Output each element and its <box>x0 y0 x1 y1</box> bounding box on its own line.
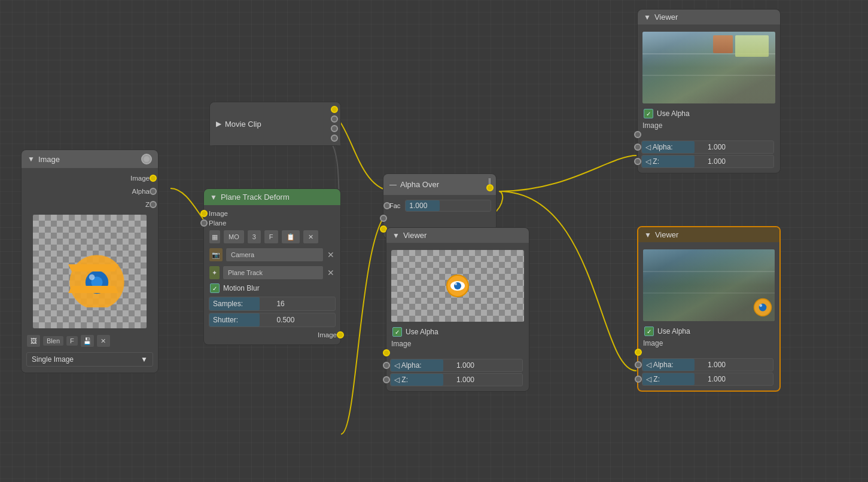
viewer-tr-usealpha-checkbox[interactable]: ✓ <box>644 109 653 118</box>
image-type-icon: 🖼 <box>31 337 37 344</box>
viewer-br-blender-svg <box>753 298 772 317</box>
pt-image-row: Image <box>204 209 340 218</box>
pt-f-label: F <box>269 233 273 240</box>
plane-track-node: ▼ Plane Track Deform Image Plane ▦ MO 3 <box>203 188 341 345</box>
viewer-tr-alpha-field[interactable]: ◁ Alpha: 1.000 <box>641 141 774 154</box>
alpha-output-socket <box>150 188 157 195</box>
viewer-tr-alpha-value: 1.000 <box>708 143 770 151</box>
viewer-tr-collapse[interactable]: ▼ <box>644 13 651 22</box>
pt-3-label: 3 <box>252 233 256 240</box>
pt-x-btn[interactable]: ✕ <box>303 230 319 244</box>
pt-plane-input-socket <box>200 219 208 227</box>
viewer-br-body: ✓ Use Alpha Image ◁ Alpha: 1.000 <box>638 242 779 391</box>
mc-socket-4 <box>331 135 338 142</box>
pt-motionblur-checkbox[interactable]: ✓ <box>210 283 220 293</box>
viewer-tr-z-label: ◁ Z: <box>645 157 708 166</box>
pt-motionblur-row: ✓ Motion Blur <box>204 282 340 295</box>
viewer-tr-alpha-content: ◁ Alpha: 1.000 <box>645 143 770 151</box>
image-node-collapse[interactable]: ▼ <box>28 155 35 163</box>
viewer-br-alpha-field[interactable]: ◁ Alpha: 1.000 <box>642 358 773 371</box>
viewer-br-collapse[interactable]: ▼ <box>644 231 651 239</box>
pt-camera-row: 📷 Camera ✕ <box>204 246 340 264</box>
pt-planetrack-icon: ✦ <box>212 269 217 277</box>
pt-shutter-label: Shutter: <box>213 316 270 324</box>
alpha-over-right: ‖ <box>486 178 494 191</box>
image-type-icon-btn[interactable]: 🖼 <box>26 334 41 347</box>
viewer-tr-z-field[interactable]: ◁ Z: 1.000 <box>641 155 774 168</box>
viewer-center-z-label: ◁ Z: <box>394 376 456 384</box>
viewer-br-alpha-value: 1.000 <box>708 361 769 369</box>
pt-plane-row: Plane <box>204 218 340 228</box>
viewer-tr-item2 <box>713 35 733 53</box>
viewer-br-usealpha-checkbox[interactable]: ✓ <box>644 327 654 336</box>
viewer-br-z-label: ◁ Z: <box>646 375 708 383</box>
pt-camera-label: Camera <box>231 251 254 258</box>
viewer-tr-alpha-label: ◁ Alpha: <box>645 143 708 151</box>
viewer-br-z-socket <box>635 376 642 383</box>
viewer-tr-usealpha-label: Use Alpha <box>657 109 690 118</box>
viewer-tr-image-socket <box>634 131 641 138</box>
viewer-br-alpha-socket <box>635 361 642 368</box>
pt-mo-btn[interactable]: MO <box>223 230 245 244</box>
pt-shutter-field[interactable]: Shutter: 0.500 <box>209 313 336 327</box>
delete-icon: ✕ <box>100 337 106 345</box>
pt-camera-btn[interactable]: Camera <box>226 248 324 262</box>
pt-shutter-content: Shutter: 0.500 <box>213 316 331 324</box>
viewer-tr-preview <box>642 32 775 103</box>
save-icon-btn[interactable]: 💾 <box>80 334 95 347</box>
delete-icon-btn[interactable]: ✕ <box>96 334 111 347</box>
pt-camera-icon-btn[interactable]: 📷 <box>209 248 223 262</box>
viewer-center-checker <box>391 250 524 322</box>
pt-camera-icon: 📷 <box>212 251 220 259</box>
viewer-tr-store-bg <box>642 32 775 103</box>
viewer-center-eye-svg <box>446 274 470 298</box>
blender-logo-svg <box>54 236 126 307</box>
viewer-center-alpha-field[interactable]: ◁ Alpha: 1.000 <box>390 359 523 372</box>
movie-clip-node: ▶ Movie Clip <box>209 102 341 146</box>
pt-icon-btn[interactable]: ▦ <box>209 230 221 244</box>
viewer-br-z-field[interactable]: ◁ Z: 1.000 <box>642 373 773 386</box>
alpha-over-fac-label: Fac <box>389 202 400 209</box>
single-image-dropdown[interactable]: Single Image ▼ <box>26 352 153 367</box>
pt-3-btn[interactable]: 3 <box>247 230 261 244</box>
viewer-br-logo-container <box>753 298 772 319</box>
alpha-output-row: Alpha <box>22 185 158 198</box>
pt-planetrack-remove-btn[interactable]: ✕ <box>326 268 336 277</box>
movie-clip-collapse[interactable]: ▶ <box>216 120 221 128</box>
pt-camera-remove-btn[interactable]: ✕ <box>326 250 336 260</box>
alpha-over-collapse[interactable]: — <box>389 181 397 189</box>
alpha-over-fac-field[interactable]: 1.000 <box>405 200 491 212</box>
plane-track-body: Image Plane ▦ MO 3 F 📋 ✕ <box>204 205 340 344</box>
viewer-br-image-socket <box>635 349 642 356</box>
pt-image-input-label: Image <box>209 210 228 217</box>
viewer-center-collapse[interactable]: ▼ <box>392 231 400 240</box>
f-btn[interactable]: F <box>66 335 78 346</box>
viewer-center-usealpha-checkbox[interactable]: ✓ <box>392 327 402 337</box>
viewer-tr-header: ▼ Viewer <box>638 10 780 25</box>
alpha-over-header: — Alpha Over ‖ <box>383 174 496 195</box>
pt-f-btn[interactable]: F <box>264 230 279 244</box>
pt-samples-field[interactable]: Samples: 16 <box>209 297 336 311</box>
viewer-br-z-value: 1.000 <box>708 375 769 383</box>
svg-point-3 <box>89 274 95 280</box>
pt-planetrack-icon-btn[interactable]: ✦ <box>209 266 220 280</box>
viewer-br-usealpha-row: ✓ Use Alpha <box>638 325 779 338</box>
viewer-center-preview <box>391 250 524 322</box>
plane-track-collapse[interactable]: ▼ <box>210 193 217 202</box>
connection-alphaover-to-viewertr <box>499 155 636 191</box>
image-node-toolbar: 🖼 Blen F 💾 ✕ <box>22 332 158 350</box>
viewer-tr-alpha-row: ◁ Alpha: 1.000 <box>638 141 780 154</box>
dropdown-arrow: ▼ <box>141 355 148 364</box>
viewer-center-alpha-socket <box>383 362 390 369</box>
pt-copy-btn[interactable]: 📋 <box>281 230 300 244</box>
viewer-center-z-field[interactable]: ◁ Z: 1.000 <box>390 373 523 386</box>
blend-btn[interactable]: Blen <box>42 335 64 346</box>
viewer-tr-image-label-row: Image <box>638 120 780 130</box>
pt-planetrack-btn[interactable]: Plane Track <box>223 266 324 280</box>
image-node-header: ▼ Image <box>22 150 158 168</box>
pt-image-output-socket <box>337 331 344 338</box>
alpha-over-in1-socket <box>380 215 387 222</box>
mc-socket-1 <box>331 106 338 113</box>
pt-motionblur-label: Motion Blur <box>223 284 260 292</box>
viewer-tr-z-content: ◁ Z: 1.000 <box>645 157 770 166</box>
